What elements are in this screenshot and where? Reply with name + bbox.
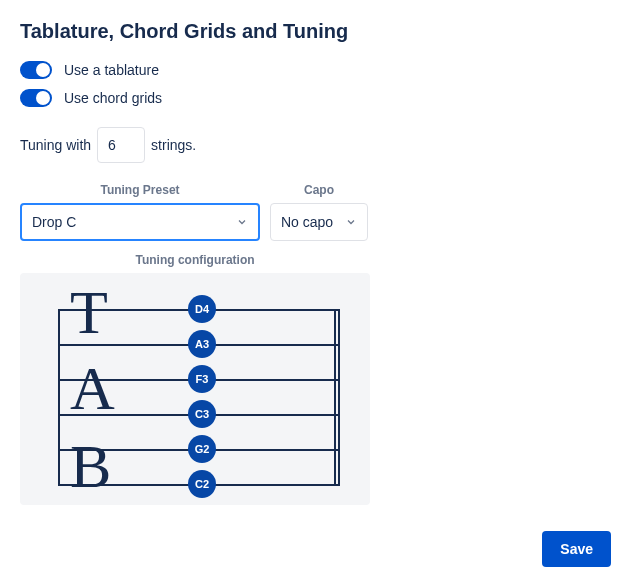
capo-value: No capo (281, 214, 333, 230)
chord-grids-toggle-label: Use chord grids (64, 90, 162, 106)
chevron-down-icon (345, 216, 357, 228)
chord-grids-toggle[interactable] (20, 89, 52, 107)
tuning-preset-select[interactable]: Drop C (20, 203, 260, 241)
tuning-suffix: strings. (151, 137, 196, 153)
string-note-6[interactable]: C2 (188, 470, 216, 498)
page-title: Tablature, Chord Grids and Tuning (20, 20, 611, 43)
preset-label: Tuning Preset (20, 183, 260, 197)
tuning-prefix: Tuning with (20, 137, 91, 153)
tab-letter-t: T (70, 281, 108, 343)
capo-select[interactable]: No capo (270, 203, 368, 241)
config-section-label: Tuning configuration (20, 253, 370, 267)
string-note-2[interactable]: A3 (188, 330, 216, 358)
tablature-toggle-label: Use a tablature (64, 62, 159, 78)
strings-input[interactable] (97, 127, 145, 163)
tablature-toggle[interactable] (20, 61, 52, 79)
string-note-1[interactable]: D4 (188, 295, 216, 323)
string-note-3[interactable]: F3 (188, 365, 216, 393)
tab-letter-a: A (70, 357, 115, 419)
save-button[interactable]: Save (542, 531, 611, 567)
tab-letter-b: B (70, 435, 111, 497)
preset-value: Drop C (32, 214, 76, 230)
tuning-config-panel: T A B D4 A3 F3 C3 G2 C2 (20, 273, 370, 505)
chevron-down-icon (236, 216, 248, 228)
capo-label: Capo (270, 183, 368, 197)
string-note-4[interactable]: C3 (188, 400, 216, 428)
string-note-5[interactable]: G2 (188, 435, 216, 463)
